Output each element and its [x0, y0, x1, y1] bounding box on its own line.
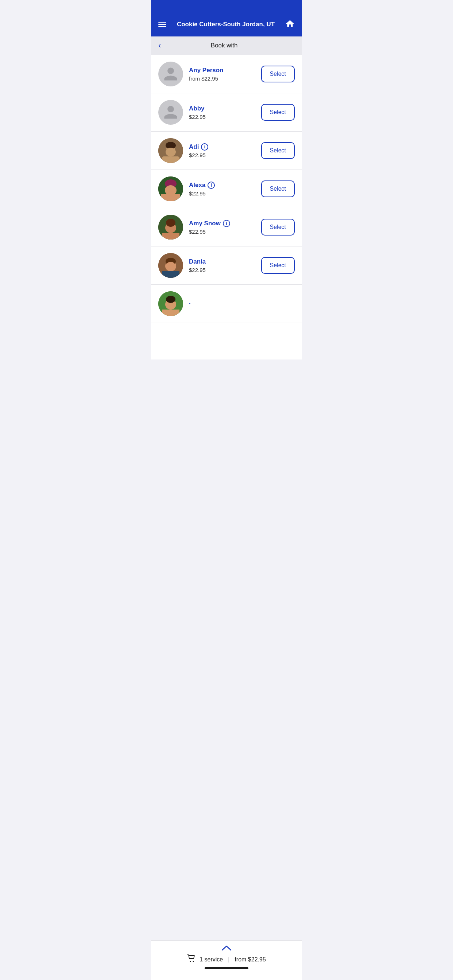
stylist-info-amy-snow: Amy Snow i $22.95 — [189, 220, 261, 235]
stylist-name-row: Abby — [189, 105, 261, 112]
stylist-price: $22.95 — [189, 190, 261, 197]
avatar-photo-partial — [158, 291, 183, 316]
bottom-bar: 1 service | from $22.95 — [151, 940, 302, 980]
stylist-row-partial: · — [151, 285, 302, 323]
app-header: Cookie Cutters-South Jordan, UT — [151, 0, 302, 37]
stylist-price: from $22.95 — [189, 75, 261, 82]
avatar-dania — [158, 253, 183, 278]
stylist-name-row: Alexa i — [189, 181, 261, 189]
stylist-name-row: Amy Snow i — [189, 220, 261, 227]
svg-point-24 — [190, 961, 191, 962]
hamburger-button[interactable] — [158, 22, 166, 27]
avatar-amy — [158, 215, 183, 240]
select-button-alexa[interactable]: Select — [261, 180, 295, 197]
service-label: service — [205, 956, 223, 963]
select-button-any-person[interactable]: Select — [261, 65, 295, 83]
avatar-photo-adi — [158, 138, 183, 163]
stylist-price: $22.95 — [189, 267, 261, 273]
stylist-name-row: Adi i — [189, 143, 261, 151]
stylist-price: $22.95 — [189, 229, 261, 235]
svg-point-19 — [166, 262, 175, 270]
stylist-info-alexa: Alexa i $22.95 — [189, 181, 261, 197]
stylist-name: Any Person — [189, 67, 223, 74]
stylist-name: Dania — [189, 258, 206, 266]
svg-rect-4 — [162, 156, 179, 163]
avatar-abby — [158, 100, 183, 125]
stylist-row-alexa: Alexa i $22.95 Select — [151, 170, 302, 208]
svg-rect-9 — [161, 194, 180, 201]
person-placeholder-icon — [163, 104, 179, 120]
avatar-partial — [158, 291, 183, 316]
stylist-info-any-person: Any Person from $22.95 — [189, 67, 261, 82]
stylist-name: Alexa — [189, 181, 205, 189]
cart-summary[interactable]: 1 service | from $22.95 — [187, 955, 266, 964]
svg-point-13 — [166, 219, 175, 227]
header-title: Cookie Cutters-South Jordan, UT — [166, 21, 285, 28]
subheader: ‹ Book with — [151, 37, 302, 55]
stylist-row-dania: Dania $22.95 Select — [151, 247, 302, 285]
cart-icon — [187, 955, 196, 964]
select-button-dania[interactable]: Select — [261, 257, 295, 274]
person-placeholder-icon — [163, 66, 179, 82]
select-button-amy-snow[interactable]: Select — [261, 219, 295, 235]
svg-point-22 — [166, 296, 175, 303]
info-button-adi[interactable]: i — [201, 143, 208, 151]
stylist-list: Any Person from $22.95 Select Abby $22.9… — [151, 55, 302, 360]
svg-point-25 — [193, 961, 194, 962]
select-button-adi[interactable]: Select — [261, 142, 295, 159]
stylist-info-partial: · — [189, 300, 295, 307]
avatar-photo-dania — [158, 253, 183, 278]
stylist-name: Abby — [189, 105, 205, 112]
subheader-title: Book with — [164, 42, 284, 49]
stylist-name: Amy Snow — [189, 220, 221, 227]
divider: | — [228, 956, 230, 963]
stylist-row-adi: Adi i $22.95 Select — [151, 132, 302, 170]
svg-rect-23 — [162, 310, 179, 316]
stylist-name: Adi — [189, 143, 199, 151]
cart-count-service: 1 service — [199, 956, 223, 963]
svg-point-10 — [166, 185, 176, 194]
info-button-alexa[interactable]: i — [207, 181, 215, 189]
avatar-alexa — [158, 177, 183, 201]
stylist-row-amy-snow: Amy Snow i $22.95 Select — [151, 208, 302, 247]
stylist-info-adi: Adi i $22.95 — [189, 143, 261, 158]
svg-rect-14 — [162, 233, 179, 240]
home-indicator — [205, 967, 248, 969]
stylist-name-row: Dania — [189, 258, 261, 266]
stylist-name-row: Any Person — [189, 67, 261, 74]
stylist-row-abby: Abby $22.95 Select — [151, 93, 302, 132]
stylist-name: · — [189, 300, 191, 307]
cart-count: 1 — [199, 956, 203, 963]
avatar-adi — [158, 138, 183, 163]
cart-price: from $22.95 — [234, 956, 266, 963]
chevron-up-icon[interactable] — [222, 944, 231, 952]
select-button-abby[interactable]: Select — [261, 104, 295, 121]
stylist-info-dania: Dania $22.95 — [189, 258, 261, 273]
stylist-name-row: · — [189, 300, 295, 307]
svg-rect-18 — [162, 271, 179, 278]
stylist-price: $22.95 — [189, 114, 261, 120]
home-button[interactable] — [285, 19, 295, 30]
svg-point-5 — [166, 148, 176, 156]
avatar-photo-alexa — [158, 177, 183, 201]
stylist-row-any-person: Any Person from $22.95 Select — [151, 55, 302, 93]
back-button[interactable]: ‹ — [158, 41, 161, 49]
stylist-price: $22.95 — [189, 152, 261, 158]
stylist-info-abby: Abby $22.95 — [189, 105, 261, 120]
avatar-any-person — [158, 62, 183, 86]
info-button-amy-snow[interactable]: i — [223, 220, 230, 227]
avatar-photo-amy — [158, 215, 183, 240]
home-icon — [285, 19, 295, 29]
